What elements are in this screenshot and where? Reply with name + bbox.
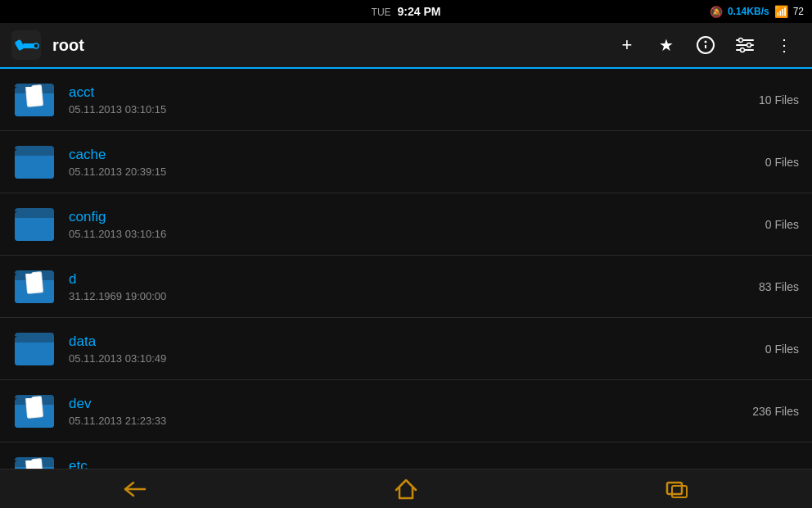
file-date: 05.11.2013 03:10:49 [69, 352, 765, 365]
list-item[interactable]: cache 05.11.2013 20:39:15 0 Files [0, 131, 812, 193]
file-info: etc 05.11.2013 03:10:22 [69, 458, 759, 469]
back-button[interactable] [111, 473, 160, 506]
file-info: d 31.12.1969 19:00:00 [69, 271, 759, 302]
file-date: 05.11.2013 21:23:33 [69, 415, 752, 427]
list-item[interactable]: dev 05.11.2013 21:23:33 236 Files [0, 380, 812, 442]
file-info: cache 05.11.2013 20:39:15 [69, 147, 765, 178]
folder-icon [13, 328, 56, 370]
file-count: 0 Files [765, 218, 799, 231]
file-info: dev 05.11.2013 21:23:33 [69, 396, 752, 427]
svg-point-3 [34, 43, 38, 48]
svg-point-10 [739, 39, 743, 43]
list-item[interactable]: etc 05.11.2013 03:10:22 38 Files [0, 442, 812, 469]
file-info: config 05.11.2013 03:10:16 [69, 209, 765, 240]
file-list: acct 05.11.2013 03:10:15 10 Files cache … [0, 69, 812, 469]
recents-button[interactable] [652, 473, 701, 506]
favorite-button[interactable]: ★ [648, 27, 684, 63]
wifi-icon: 📶 [774, 5, 788, 18]
file-name: config [69, 209, 765, 225]
file-date: 31.12.1969 19:00:00 [69, 290, 759, 302]
more-options-button[interactable]: ⋮ [766, 27, 802, 63]
svg-point-11 [747, 43, 751, 48]
folder-icon [13, 452, 56, 469]
info-button[interactable] [688, 27, 724, 63]
no-signal-icon: 🔕 [710, 6, 723, 18]
file-info: data 05.11.2013 03:10:49 [69, 333, 765, 365]
svg-rect-14 [26, 85, 43, 106]
file-name: cache [69, 147, 765, 163]
folder-icon [13, 141, 56, 184]
file-count: 0 Files [765, 156, 799, 169]
battery-level: 72 [793, 6, 804, 17]
toolbar: root + ★ ⋮ [0, 23, 812, 69]
file-count: 236 Files [752, 405, 799, 418]
page-title: root [52, 36, 609, 55]
file-date: 05.11.2013 20:39:15 [69, 166, 765, 178]
folder-icon [13, 203, 56, 246]
svg-rect-23 [672, 486, 687, 497]
file-date: 05.11.2013 03:10:16 [69, 228, 765, 240]
list-item[interactable]: d 31.12.1969 19:00:00 83 Files [0, 256, 812, 318]
file-info: acct 05.11.2013 03:10:15 [69, 84, 759, 116]
svg-rect-18 [26, 397, 43, 417]
folder-icon [13, 390, 56, 433]
time-label: 9:24 PM [397, 5, 440, 18]
folder-icon [13, 265, 56, 308]
file-name: etc [69, 458, 759, 469]
folder-icon [13, 79, 56, 121]
file-date: 05.11.2013 03:10:15 [69, 103, 759, 116]
file-name: acct [69, 84, 759, 101]
list-item[interactable]: config 05.11.2013 03:10:16 0 Files [0, 193, 812, 256]
status-bar: TUE 9:24 PM 🔕 0.14KB/s 📶 72 [0, 0, 812, 23]
status-icons: 🔕 0.14KB/s 📶 72 [710, 5, 804, 18]
file-name: data [69, 333, 765, 350]
svg-point-12 [741, 48, 745, 52]
filter-button[interactable] [727, 27, 763, 63]
file-count: 10 Files [759, 93, 799, 107]
home-button[interactable] [381, 473, 431, 506]
file-count: 83 Files [759, 280, 799, 293]
app-icon [10, 29, 43, 61]
clock: TUE 9:24 PM [372, 5, 441, 18]
file-name: d [69, 271, 759, 288]
list-item[interactable]: data 05.11.2013 03:10:49 0 Files [0, 318, 812, 380]
svg-rect-22 [667, 483, 682, 494]
svg-rect-16 [26, 272, 43, 293]
toolbar-actions: + ★ ⋮ [609, 27, 802, 63]
add-button[interactable]: + [609, 27, 645, 63]
network-speed: 0.14KB/s [728, 6, 769, 17]
list-item[interactable]: acct 05.11.2013 03:10:15 10 Files [0, 69, 812, 131]
svg-rect-20 [26, 459, 43, 469]
day-label: TUE [372, 7, 391, 18]
file-name: dev [69, 396, 752, 412]
bottom-nav [0, 469, 812, 508]
file-count: 0 Files [765, 342, 799, 356]
